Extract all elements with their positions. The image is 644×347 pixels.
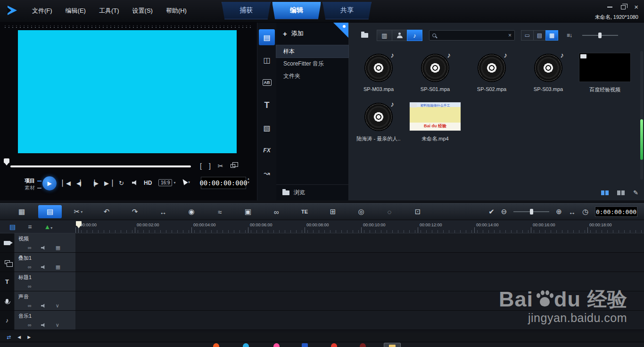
category-title-preset-button[interactable]: AB bbox=[259, 74, 275, 91]
zoom-out-button[interactable]: ⊖ bbox=[501, 207, 507, 216]
menu-file[interactable]: 文件(F) bbox=[25, 7, 59, 15]
video-track-icon[interactable] bbox=[0, 233, 15, 252]
grid-icon[interactable]: ▦ bbox=[56, 245, 60, 250]
link-icon[interactable]: ∞ bbox=[28, 284, 32, 289]
mark-in-button[interactable]: [ bbox=[200, 162, 202, 170]
sound-mixer-button[interactable]: ≈ bbox=[206, 205, 234, 218]
filter-audio-button[interactable]: ♪ bbox=[407, 30, 422, 41]
media-item[interactable]: ♪ SP-S02.mpa bbox=[464, 52, 520, 92]
menu-tools[interactable]: 工具(T) bbox=[92, 7, 126, 15]
mask-creator-button[interactable]: ⊡ bbox=[404, 205, 432, 218]
step-back-button[interactable]: ◀▏ bbox=[76, 180, 84, 187]
ripple-edit-button[interactable]: ▲▾ bbox=[44, 223, 52, 231]
grid-tool-button[interactable]: ⊞ bbox=[319, 205, 347, 218]
scrubber-pin[interactable] bbox=[4, 158, 9, 163]
playhead-pin[interactable] bbox=[76, 221, 82, 226]
mute-track-button[interactable] bbox=[41, 304, 46, 308]
tab-edit[interactable]: 编辑 bbox=[272, 2, 321, 19]
thumbnail-size-slider[interactable] bbox=[582, 31, 618, 40]
play-button[interactable]: ▶ bbox=[42, 176, 57, 190]
slider-thumb[interactable] bbox=[598, 33, 602, 38]
subtitle-editor-button[interactable]: TE bbox=[290, 205, 319, 218]
redo-button[interactable]: ↷ bbox=[121, 205, 149, 218]
music-track-icon[interactable]: ♪ bbox=[0, 311, 15, 330]
category-path-button[interactable]: ↝ bbox=[259, 165, 275, 181]
pointer-mode-dropdown[interactable]: ▾ bbox=[182, 179, 190, 184]
undo-button[interactable]: ↶ bbox=[92, 205, 121, 218]
view-scene-button[interactable]: ▭ bbox=[521, 30, 534, 41]
title-track-icon[interactable]: T bbox=[0, 272, 15, 291]
taskbar-app-icon[interactable] bbox=[273, 343, 280, 347]
timeline-zoom-slider[interactable] bbox=[513, 207, 549, 216]
minimize-button[interactable] bbox=[607, 7, 612, 8]
search-input[interactable] bbox=[438, 33, 506, 38]
link-icon[interactable]: ∞ bbox=[28, 322, 32, 328]
browse-button[interactable]: 浏览 bbox=[276, 184, 348, 200]
volume-button[interactable] bbox=[132, 180, 138, 187]
storyboard-view-button[interactable]: ▦ bbox=[8, 205, 36, 218]
enlarge-preview-button[interactable] bbox=[231, 164, 235, 168]
media-item[interactable]: 百度经验视频 bbox=[577, 52, 633, 93]
edit-media-button[interactable]: ✎ bbox=[633, 189, 638, 196]
track-header[interactable]: 标题1 ∞ bbox=[15, 272, 75, 291]
preview-timecode[interactable]: 00:00:00:000 bbox=[201, 177, 246, 189]
chroma-key-button[interactable]: ∞ bbox=[262, 205, 290, 218]
taskbar-app-icon[interactable] bbox=[243, 343, 249, 347]
motion-tracking-button[interactable]: ◎ bbox=[347, 205, 375, 218]
waveform-toggle-icon[interactable]: ∨ bbox=[56, 303, 59, 308]
taskbar-app-icon[interactable] bbox=[302, 343, 308, 347]
media-item[interactable]: ♪ SP-S01.mpa bbox=[407, 52, 463, 92]
view-thumbnail-button[interactable]: ▦ bbox=[545, 30, 558, 41]
check-tool-button[interactable]: ✔ bbox=[488, 207, 495, 216]
track-manager-button[interactable]: ≡ bbox=[28, 223, 32, 231]
timeline-ruler[interactable]: ▤ ≡ ▲▾ 00:00:00 00:00:02:00 00:00:04:00 … bbox=[0, 220, 644, 233]
menu-edit[interactable]: 编辑(E) bbox=[59, 7, 92, 15]
hd-toggle-button[interactable]: HD bbox=[144, 180, 152, 186]
go-start-button[interactable]: ▏◀ bbox=[62, 180, 70, 187]
category-graphic-button[interactable]: ▧ bbox=[259, 120, 275, 136]
taskbar-active-app[interactable] bbox=[384, 343, 401, 347]
sort-button[interactable]: ≡↓ bbox=[567, 32, 572, 39]
trim-tools-button[interactable]: ✂▾ bbox=[64, 205, 92, 218]
category-media-button[interactable]: ▤ bbox=[259, 29, 275, 45]
aspect-ratio-dropdown[interactable]: 16:9 ▾ bbox=[158, 179, 175, 186]
step-forward-button[interactable]: ▕▶ bbox=[90, 180, 98, 187]
mute-track-button[interactable] bbox=[41, 265, 46, 269]
link-icon[interactable]: ∞ bbox=[28, 264, 32, 270]
timeline-timecode[interactable]: 0:00:00:000 bbox=[595, 207, 637, 217]
mute-track-button[interactable] bbox=[41, 246, 46, 250]
folder-item-scorefitter[interactable]: ScoreFitter 音乐 bbox=[276, 58, 348, 70]
track-lane-video[interactable] bbox=[75, 233, 644, 252]
library-scrollbar-track[interactable] bbox=[640, 51, 643, 180]
project-mode-label[interactable]: 项目 bbox=[25, 177, 35, 184]
tab-share[interactable]: 共享 bbox=[322, 2, 372, 19]
options-panel-toggle-button[interactable] bbox=[617, 190, 625, 195]
mute-track-button[interactable] bbox=[41, 323, 46, 327]
taskbar-app-icon[interactable] bbox=[213, 343, 219, 347]
zoom-in-button[interactable]: ⊕ bbox=[556, 207, 562, 216]
go-end-button[interactable]: ▶▕ bbox=[104, 180, 112, 187]
loop-tool-button[interactable]: ◌ bbox=[375, 205, 404, 218]
fit-timeline-button[interactable]: ↔ bbox=[569, 208, 576, 216]
media-item[interactable]: ♪ SP-S03.mpa bbox=[520, 52, 576, 92]
duration-button[interactable]: ◷ bbox=[582, 207, 588, 216]
split-clip-button[interactable]: ✂ bbox=[218, 162, 223, 170]
menu-help[interactable]: 帮助(H) bbox=[159, 7, 193, 15]
folder-item-samples[interactable]: 样本 bbox=[276, 45, 348, 58]
view-list-button[interactable]: ▤ bbox=[533, 30, 546, 41]
filter-video-button[interactable]: ▥ bbox=[377, 30, 392, 41]
import-media-button[interactable] bbox=[356, 30, 372, 41]
timeline-view-button[interactable]: ▤ bbox=[38, 205, 62, 218]
tab-capture[interactable]: 捕获 bbox=[222, 2, 271, 19]
slider-thumb[interactable] bbox=[530, 209, 533, 215]
media-item[interactable]: 塑料瓶能做什么手工 Bai du 经验 未命名.mp4 bbox=[407, 101, 463, 142]
library-scrollbar-thumb[interactable] bbox=[640, 119, 643, 160]
media-item[interactable]: ♪ 陆海涛 - 最亲的人.. bbox=[351, 101, 406, 142]
panel-splitter-handle[interactable] bbox=[2, 25, 254, 28]
category-title-button[interactable]: T bbox=[259, 97, 275, 113]
close-button[interactable]: × bbox=[634, 5, 638, 9]
track-lane-overlay[interactable] bbox=[75, 253, 644, 272]
link-icon[interactable]: ∞ bbox=[28, 245, 32, 250]
mark-out-button[interactable]: ] bbox=[209, 162, 211, 170]
library-panel-toggle-button[interactable] bbox=[601, 190, 609, 195]
